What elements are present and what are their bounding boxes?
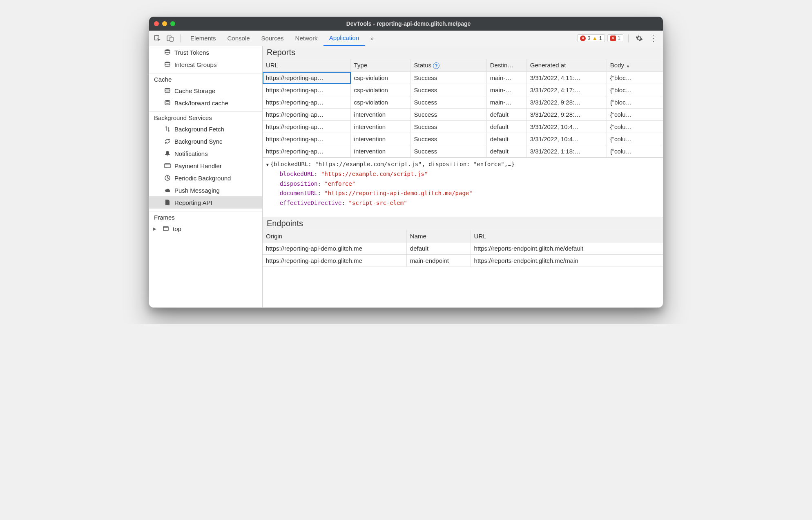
- tab-console[interactable]: Console: [222, 31, 256, 46]
- svg-rect-2: [170, 37, 173, 41]
- report-cell-dest: default: [487, 121, 527, 133]
- sidebar-item-label: Cache Storage: [174, 87, 215, 94]
- minimize-window-button[interactable]: [162, 21, 167, 26]
- report-cell-status: Success: [411, 84, 487, 96]
- svg-rect-7: [165, 164, 170, 168]
- sidebar-item-push-messaging[interactable]: Push Messaging: [149, 184, 262, 196]
- tab-elements[interactable]: Elements: [185, 31, 222, 46]
- panel-tabs: ElementsConsoleSourcesNetworkApplication: [185, 31, 365, 46]
- report-cell-body: {"colu…: [607, 109, 663, 120]
- tab-network[interactable]: Network: [290, 31, 323, 46]
- sidebar-item-top[interactable]: ▶top: [149, 222, 262, 235]
- report-cell-body: {"bloc…: [607, 96, 663, 108]
- cloud-icon: [164, 187, 171, 193]
- sidebar-item-label: Back/forward cache: [174, 100, 228, 107]
- endpoints-column-name[interactable]: Name: [407, 230, 471, 242]
- main-panel: Reports URLTypeStatus?Destin…Generated a…: [263, 46, 663, 307]
- endpoint-row[interactable]: https://reporting-api-demo.glitch.medefa…: [263, 242, 663, 255]
- sidebar-group-frames[interactable]: Frames: [149, 211, 262, 222]
- report-cell-status: Success: [411, 96, 487, 108]
- more-tabs-icon[interactable]: »: [366, 33, 378, 44]
- svg-rect-9: [163, 227, 168, 231]
- report-row[interactable]: https://reporting-ap…csp-violationSucces…: [263, 96, 663, 109]
- svg-point-5: [165, 88, 170, 89]
- sidebar-item-background-fetch[interactable]: Background Fetch: [149, 123, 262, 135]
- svg-point-6: [165, 100, 170, 102]
- sidebar-item-label: Payment Handler: [174, 162, 222, 169]
- tab-application[interactable]: Application: [323, 31, 365, 46]
- frame-icon: [162, 225, 170, 232]
- report-cell-status: Success: [411, 109, 487, 120]
- report-cell-url: https://reporting-ap…: [263, 133, 351, 145]
- report-cell-time: 3/31/2022, 4:17:…: [527, 84, 607, 96]
- report-cell-dest: main-…: [487, 96, 527, 108]
- endpoint-row[interactable]: https://reporting-api-demo.glitch.memain…: [263, 255, 663, 267]
- sidebar-item-payment-handler[interactable]: Payment Handler: [149, 160, 262, 172]
- report-cell-time: 3/31/2022, 9:28:…: [527, 109, 607, 120]
- report-cell-status: Success: [411, 145, 487, 157]
- expand-arrow-icon: ▶: [153, 227, 156, 231]
- report-detail-pane[interactable]: ▶{blockedURL: "https://example.com/scrip…: [263, 158, 663, 217]
- endpoint-cell-origin: https://reporting-api-demo.glitch.me: [263, 255, 407, 267]
- help-icon[interactable]: ?: [433, 62, 439, 69]
- report-row[interactable]: https://reporting-ap…interventionSuccess…: [263, 145, 663, 158]
- more-menu-icon[interactable]: ⋮: [647, 33, 659, 44]
- inspect-element-icon[interactable]: [152, 33, 163, 44]
- sidebar-group-background-services[interactable]: Background Services: [149, 111, 262, 123]
- issues-badge[interactable]: ✕1: [607, 34, 623, 42]
- sidebar-item-cache-storage[interactable]: Cache Storage: [149, 84, 262, 97]
- sidebar-item-notifications[interactable]: Notifications: [149, 147, 262, 160]
- sidebar-item-label: Interest Groups: [174, 61, 216, 68]
- report-row[interactable]: https://reporting-ap…csp-violationSucces…: [263, 84, 663, 96]
- sidebar-item-periodic-background[interactable]: Periodic Background: [149, 172, 262, 184]
- report-cell-status: Success: [411, 133, 487, 145]
- report-row[interactable]: https://reporting-ap…interventionSuccess…: [263, 121, 663, 133]
- reports-column-url[interactable]: URL: [263, 59, 351, 71]
- device-toolbar-icon[interactable]: [165, 33, 176, 44]
- endpoints-table: OriginNameURLhttps://reporting-api-demo.…: [263, 230, 663, 267]
- window-controls: [154, 21, 175, 26]
- reports-column-type[interactable]: Type: [351, 59, 411, 71]
- sidebar-item-background-sync[interactable]: Background Sync: [149, 135, 262, 147]
- report-cell-time: 3/31/2022, 1:18:…: [527, 145, 607, 157]
- report-cell-type: intervention: [351, 109, 411, 120]
- sidebar-group-cache[interactable]: Cache: [149, 73, 262, 84]
- sidebar-item-interest-groups[interactable]: Interest Groups: [149, 58, 262, 71]
- report-cell-type: intervention: [351, 133, 411, 145]
- devtools-window: DevTools - reporting-api-demo.glitch.me/…: [149, 16, 663, 308]
- report-row[interactable]: https://reporting-ap…interventionSuccess…: [263, 133, 663, 145]
- reports-column-body[interactable]: Body▲: [607, 59, 663, 71]
- svg-point-4: [165, 62, 170, 63]
- main-toolbar: ElementsConsoleSourcesNetworkApplication…: [149, 31, 663, 46]
- reports-column-generatedat[interactable]: Generated at: [527, 59, 607, 71]
- endpoints-column-origin[interactable]: Origin: [263, 230, 407, 242]
- settings-gear-icon[interactable]: [634, 33, 645, 44]
- report-row[interactable]: https://reporting-ap…csp-violationSucces…: [263, 72, 663, 84]
- reports-column-destin[interactable]: Destin…: [487, 59, 527, 71]
- error-count: 3: [587, 35, 590, 41]
- db-icon: [164, 100, 171, 106]
- endpoint-cell-url: https://reports-endpoint.glitch.me/defau…: [471, 242, 663, 254]
- sidebar-item-trust-tokens[interactable]: Trust Tokens: [149, 46, 262, 58]
- report-cell-time: 3/31/2022, 10:4…: [527, 133, 607, 145]
- report-cell-status: Success: [411, 121, 487, 133]
- reports-column-status[interactable]: Status?: [411, 59, 487, 71]
- svg-point-3: [165, 49, 170, 51]
- report-cell-url: https://reporting-ap…: [263, 96, 351, 108]
- report-cell-body: {"bloc…: [607, 84, 663, 96]
- endpoint-cell-origin: https://reporting-api-demo.glitch.me: [263, 242, 407, 254]
- sidebar-item-label: Push Messaging: [174, 187, 220, 194]
- file-icon: [164, 199, 171, 206]
- expand-toggle-icon[interactable]: ▶: [263, 164, 271, 167]
- endpoints-column-url[interactable]: URL: [471, 230, 663, 242]
- application-sidebar: Trust TokensInterest GroupsCacheCache St…: [149, 46, 263, 307]
- console-errors-badge[interactable]: ✕3 ▲1: [577, 34, 605, 42]
- tab-sources[interactable]: Sources: [256, 31, 290, 46]
- maximize-window-button[interactable]: [170, 21, 175, 26]
- close-window-button[interactable]: [154, 21, 159, 26]
- sidebar-item-reporting-api[interactable]: Reporting API: [149, 196, 262, 209]
- report-cell-time: 3/31/2022, 10:4…: [527, 121, 607, 133]
- report-cell-body: {"bloc…: [607, 72, 663, 84]
- sidebar-item-back-forward-cache[interactable]: Back/forward cache: [149, 97, 262, 109]
- report-row[interactable]: https://reporting-ap…interventionSuccess…: [263, 109, 663, 121]
